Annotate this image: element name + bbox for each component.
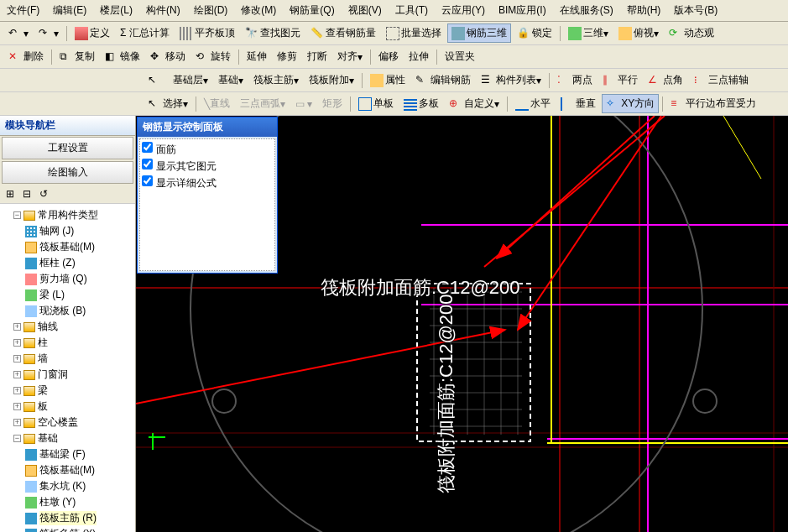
collapse-all-button[interactable]: ⊟ bbox=[19, 186, 34, 201]
rebar-display-control-panel[interactable]: 钢筋显示控制面板 面筋 显示其它图元 显示详细公式 bbox=[137, 117, 278, 274]
rect-button[interactable]: 矩形 bbox=[318, 94, 347, 113]
3d-view-button[interactable]: 三维 ▾ bbox=[564, 23, 613, 43]
dynamic-view-button[interactable]: ⟳动态观 bbox=[665, 23, 718, 43]
menu-help[interactable]: 帮助(H) bbox=[620, 2, 668, 19]
extend-button[interactable]: 延伸 bbox=[243, 47, 271, 66]
tab-drawing-input[interactable]: 绘图输入 bbox=[2, 161, 133, 184]
tree-beam[interactable]: 梁 (L) bbox=[25, 287, 133, 303]
foundation-layer-dropdown[interactable]: 基础层 ▾ bbox=[169, 70, 212, 90]
tree-frame-column[interactable]: 框柱 (Z) bbox=[25, 255, 133, 271]
two-points-button[interactable]: ⁚两点 bbox=[553, 70, 597, 90]
raft-main-rebar-dropdown[interactable]: 筏板主筋 ▾ bbox=[249, 70, 303, 90]
tree-axis-line[interactable]: +轴线 bbox=[13, 319, 133, 335]
rebar-3d-button[interactable]: 钢筋三维 bbox=[447, 23, 511, 43]
vertical-button[interactable]: 垂直 bbox=[556, 94, 600, 113]
pointer2-button[interactable]: ↖选择 ▾ bbox=[144, 94, 192, 113]
tree-raft-main-rebar[interactable]: 筏板主筋 (R) bbox=[25, 510, 133, 526]
drawing-canvas[interactable]: 筏板附加面筋.C12@200 筏板附加面筋:C12@200 钢筋显示控制面板 面… bbox=[136, 116, 788, 532]
checkbox-face-rebar[interactable]: 面筋 bbox=[142, 141, 273, 158]
plan-top-button[interactable]: 平齐板顶 bbox=[175, 23, 239, 43]
tree-beam-folder[interactable]: +梁 bbox=[13, 383, 133, 399]
component-list-button[interactable]: ☰构件列表 ▾ bbox=[477, 70, 545, 90]
tree-axis-net[interactable]: 轴网 (J) bbox=[25, 223, 133, 239]
three-point-aux-button[interactable]: ⫶三点辅轴 bbox=[689, 70, 753, 90]
menu-floor[interactable]: 楼层(L) bbox=[93, 2, 139, 19]
multi-slab-button[interactable]: 多板 bbox=[399, 94, 443, 113]
undo-button[interactable]: ↶▾ bbox=[4, 24, 33, 43]
shape-dropdown[interactable]: ▭ ▾ bbox=[291, 96, 316, 112]
checkbox-show-detailed-formula[interactable]: 显示详细公式 bbox=[142, 175, 273, 191]
delete-button[interactable]: ✕删除 bbox=[4, 47, 48, 66]
tree-foundation-beam[interactable]: 基础梁 (F) bbox=[25, 446, 133, 462]
expand-all-button[interactable]: ⊞ bbox=[3, 186, 18, 201]
offset-button[interactable]: 偏移 bbox=[374, 47, 403, 66]
menu-view[interactable]: 视图(V) bbox=[342, 2, 389, 19]
tree-common-components[interactable]: −常用构件类型 bbox=[13, 207, 133, 223]
perspective-button[interactable]: 俯视 ▾ bbox=[614, 23, 663, 43]
batch-select-button[interactable]: 批量选择 bbox=[382, 23, 446, 43]
copy-button[interactable]: ⧉复制 bbox=[55, 47, 99, 66]
tree-shear-wall[interactable]: 剪力墙 (Q) bbox=[25, 271, 133, 287]
point-angle-button[interactable]: ∠点角 bbox=[644, 70, 687, 90]
menu-modify[interactable]: 修改(M) bbox=[234, 2, 283, 19]
tree-cast-slab[interactable]: 现浇板 (B) bbox=[25, 303, 133, 319]
navigation-tree[interactable]: −常用构件类型 轴网 (J) 筏板基础(M) 框柱 (Z) 剪力墙 (Q) 梁 … bbox=[0, 204, 135, 532]
stretch-button[interactable]: 拉伸 bbox=[404, 47, 433, 66]
attributes-button[interactable]: 属性 bbox=[366, 70, 410, 90]
menu-edit[interactable]: 编辑(E) bbox=[46, 2, 93, 19]
define-button[interactable]: 定义 bbox=[70, 23, 114, 43]
horizontal-button[interactable]: 水平 bbox=[511, 94, 555, 113]
custom-button[interactable]: ⊕自定义 ▾ bbox=[445, 94, 504, 113]
house-icon bbox=[75, 27, 88, 40]
parallel-edge-button[interactable]: ≡平行边布置受力 bbox=[666, 94, 760, 113]
single-slab-button[interactable]: 单板 bbox=[354, 94, 398, 113]
move-button[interactable]: ✥移动 bbox=[146, 47, 190, 66]
sum-button[interactable]: Σ 汇总计算 bbox=[116, 23, 174, 43]
menu-rebar-qty[interactable]: 钢筋量(Q) bbox=[283, 2, 341, 19]
tree-refresh-button[interactable]: ↺ bbox=[36, 186, 51, 201]
floating-panel-title[interactable]: 钢筋显示控制面板 bbox=[138, 117, 277, 137]
tree-sump[interactable]: 集水坑 (K) bbox=[25, 478, 133, 494]
lock-button[interactable]: 🔒锁定 bbox=[513, 23, 556, 43]
raft-additional-dropdown[interactable]: 筏板附加 ▾ bbox=[305, 70, 358, 90]
svg-line-34 bbox=[497, 116, 655, 258]
tab-project-settings[interactable]: 工程设置 bbox=[2, 137, 133, 159]
eye-icon bbox=[618, 27, 632, 40]
check-rebar-button[interactable]: 📏查看钢筋量 bbox=[306, 23, 380, 43]
tree-door-window[interactable]: +门窗洞 bbox=[13, 367, 133, 383]
tree-raft-neg-rebar[interactable]: 筏板负筋 (X) bbox=[25, 526, 133, 532]
tree-foundation-folder[interactable]: −基础 bbox=[13, 430, 133, 446]
parallel-button[interactable]: ∥平行 bbox=[598, 70, 642, 90]
tree-column[interactable]: +柱 bbox=[13, 335, 133, 351]
redo-button[interactable]: ↷▾ bbox=[34, 24, 63, 43]
menu-tools[interactable]: 工具(T) bbox=[389, 2, 435, 19]
align-button[interactable]: 对齐 ▾ bbox=[333, 47, 367, 66]
menu-draw[interactable]: 绘图(D) bbox=[187, 2, 235, 19]
tree-hollow-floor[interactable]: +空心楼盖 bbox=[13, 415, 133, 430]
tree-raft-foundation[interactable]: 筏板基础(M) bbox=[25, 239, 133, 255]
menu-file[interactable]: 文件(F) bbox=[0, 2, 46, 19]
arc-3pt-button[interactable]: 三点画弧 ▾ bbox=[236, 94, 290, 113]
menu-version[interactable]: 版本号(B) bbox=[667, 2, 724, 19]
edit-rebar-button[interactable]: ✎编辑钢筋 bbox=[411, 70, 475, 90]
trim-button[interactable]: 修剪 bbox=[273, 47, 301, 66]
foundation-dropdown[interactable]: 基础 ▾ bbox=[214, 70, 248, 90]
find-element-button[interactable]: 🔭查找图元 bbox=[241, 23, 305, 43]
rotate-button[interactable]: ⟲旋转 bbox=[191, 47, 235, 66]
menu-component[interactable]: 构件(N) bbox=[139, 2, 187, 19]
xy-direction-button[interactable]: ✧XY方向 bbox=[602, 94, 659, 113]
svg-point-15 bbox=[693, 389, 717, 413]
break-button[interactable]: 打断 bbox=[303, 47, 331, 66]
line-button[interactable]: ╲ 直线 bbox=[200, 94, 234, 113]
mirror-button[interactable]: ◧镜像 bbox=[101, 47, 144, 66]
checkbox-show-other-elements[interactable]: 显示其它图元 bbox=[142, 158, 273, 175]
pointer-button[interactable]: ↖ bbox=[144, 71, 167, 90]
menu-cloud[interactable]: 云应用(Y) bbox=[435, 2, 492, 19]
tree-wall[interactable]: +墙 bbox=[13, 351, 133, 367]
tree-raft-foundation2[interactable]: 筏板基础(M) bbox=[25, 462, 133, 478]
tree-slab-folder[interactable]: +板 bbox=[13, 399, 133, 415]
menu-bim[interactable]: BIM应用(I) bbox=[492, 2, 553, 19]
tree-column-pier[interactable]: 柱墩 (Y) bbox=[25, 494, 133, 510]
set-scale-button[interactable]: 设置夹 bbox=[441, 47, 479, 66]
menu-online[interactable]: 在线服务(S) bbox=[553, 2, 620, 19]
